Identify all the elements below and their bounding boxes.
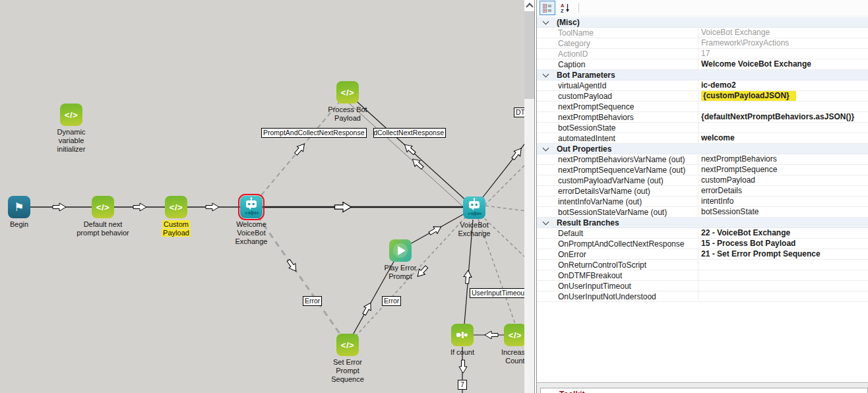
edge-label-error-1[interactable]: Error bbox=[303, 296, 322, 306]
property-value[interactable]: welcome bbox=[698, 133, 868, 143]
property-row: Caption Welcome VoiceBot Exchange bbox=[537, 59, 868, 70]
property-name: intentInfoVarName (out) bbox=[554, 197, 698, 206]
property-name: OnUserInputNotUnderstood bbox=[554, 292, 698, 301]
scrollbar-thumb[interactable] bbox=[524, 11, 534, 99]
property-value[interactable]: errorDetails bbox=[698, 186, 868, 196]
edge-label-count-7[interactable]: 7 bbox=[458, 380, 467, 390]
node-label: Increase Count bbox=[495, 348, 524, 365]
section-header-result-branches[interactable]: Result Branches bbox=[537, 218, 868, 228]
property-row: botSessionState bbox=[537, 123, 868, 133]
node-default-next-prompt-behavior[interactable]: </> Default next prompt behavior bbox=[73, 196, 133, 237]
property-value[interactable] bbox=[698, 123, 868, 133]
node-custom-payload[interactable]: </> Custom Payload bbox=[146, 196, 206, 237]
property-row: Category Framework\ProxyActions bbox=[537, 38, 868, 49]
property-value[interactable]: nextPromptBehaviors bbox=[698, 154, 868, 164]
node-label: Dynamic variable initializer bbox=[51, 128, 91, 154]
section-header-bot-parameters[interactable]: Bot Parameters bbox=[537, 70, 868, 80]
node-play-error-prompt[interactable]: Play Error Prompt bbox=[371, 239, 430, 281]
categorized-button[interactable] bbox=[540, 1, 555, 15]
edge-label-user-input-timeout[interactable]: UserInputTimeout bbox=[470, 288, 524, 298]
property-value[interactable] bbox=[698, 102, 868, 111]
node-label: Default next prompt behavior bbox=[77, 220, 129, 237]
property-row: automatedIntent welcome bbox=[537, 133, 868, 144]
property-name: Caption bbox=[554, 60, 698, 69]
property-value[interactable]: 21 - Set Error Prompt Sequence bbox=[698, 249, 868, 259]
canvas-vertical-scrollbar[interactable] bbox=[524, 0, 534, 393]
panel-splitter[interactable] bbox=[534, 0, 537, 393]
section-gutter bbox=[537, 148, 554, 150]
properties-toolbar: A Z bbox=[537, 0, 868, 16]
property-row: nextPromptSequenceVarName (out) nextProm… bbox=[537, 165, 868, 175]
edge-label-error-2[interactable]: Error bbox=[382, 296, 401, 306]
svg-text:Z: Z bbox=[561, 8, 564, 13]
property-name: OnDTMFBreakout bbox=[554, 271, 698, 280]
collapse-chevron-icon[interactable] bbox=[542, 18, 549, 24]
property-value[interactable] bbox=[698, 291, 868, 301]
node-if-count[interactable]: If count bbox=[433, 324, 492, 357]
branch-icon bbox=[451, 324, 474, 346]
collapse-chevron-icon[interactable] bbox=[542, 144, 549, 151]
flag-icon: ⚑ bbox=[8, 196, 30, 218]
robot-glyph bbox=[463, 196, 485, 219]
property-name: customPayload bbox=[554, 92, 698, 101]
node-increase-count[interactable]: </> Increase Count bbox=[485, 324, 524, 365]
code-icon: </> bbox=[336, 81, 359, 104]
node-label: Play Error Prompt bbox=[379, 264, 421, 281]
property-row: virtualAgentId ic-demo2 bbox=[537, 80, 868, 91]
property-row: errorDetailsVarName (out) errorDetails bbox=[537, 186, 868, 196]
property-value[interactable]: intentInfo bbox=[698, 196, 868, 206]
section-header-misc[interactable]: (Misc) bbox=[537, 17, 868, 28]
edge-label-dtmf[interactable]: DT bbox=[514, 107, 524, 117]
property-name: OnPromptAndCollectNextResponse bbox=[554, 239, 698, 249]
sort-alphabetical-button[interactable]: A Z bbox=[557, 1, 573, 15]
property-value[interactable]: 15 - Process Bot Payload bbox=[698, 239, 868, 249]
node-dynamic-variable-initializer[interactable]: </> Dynamic variable initializer bbox=[42, 104, 101, 154]
property-name: virtualAgentId bbox=[554, 81, 698, 90]
property-name: botSessionState bbox=[554, 123, 698, 133]
edge-label-prompt-and-collect[interactable]: PromptAndCollectNextResponse bbox=[261, 128, 367, 138]
property-value[interactable]: 17 bbox=[698, 49, 868, 59]
property-value[interactable]: 22 - VoiceBot Exchange bbox=[698, 228, 868, 238]
property-row: OnPromptAndCollectNextResponse 15 - Proc… bbox=[537, 239, 868, 249]
play-glyph bbox=[389, 239, 412, 262]
property-value[interactable] bbox=[698, 260, 868, 270]
property-value[interactable] bbox=[698, 270, 868, 280]
property-row: nextPromptBehaviors {defaultNextPromptBe… bbox=[537, 112, 868, 123]
property-value[interactable]: {customPayloadJSON} bbox=[698, 91, 868, 101]
property-row: OnReturnControlToScript bbox=[537, 260, 868, 270]
robot-icon bbox=[240, 196, 263, 218]
play-icon bbox=[389, 239, 412, 262]
edge-label-collect-next-response[interactable]: PromptAndCollectNextResponse bbox=[373, 128, 446, 138]
node-welcome-voicebot-exchange[interactable]: Welcome VoiceBot Exchange bbox=[222, 196, 281, 246]
section-title: Out Properties bbox=[554, 144, 611, 154]
property-row: customPayload {customPayloadJSON} bbox=[537, 91, 868, 102]
property-value[interactable]: nextPromptSequence bbox=[698, 165, 868, 175]
property-row: OnError 21 - Set Error Prompt Sequence bbox=[537, 249, 868, 260]
property-row: OnDTMFBreakout bbox=[537, 270, 868, 281]
code-icon: </> bbox=[504, 324, 524, 346]
node-begin[interactable]: ⚑ Begin bbox=[0, 196, 49, 229]
property-value[interactable]: {defaultNextPromptBehaviors.asJSON()} bbox=[698, 112, 868, 122]
property-row: OnUserInputNotUnderstood bbox=[537, 291, 868, 302]
node-label: Set Error Prompt Sequence bbox=[327, 358, 368, 384]
node-set-error-prompt-sequence[interactable]: </> Set Error Prompt Sequence bbox=[318, 334, 377, 384]
property-value[interactable] bbox=[698, 281, 868, 291]
property-value[interactable]: Welcome VoiceBot Exchange bbox=[698, 59, 868, 69]
section-header-out-properties[interactable]: Out Properties bbox=[537, 144, 868, 154]
property-row: nextPromptBehaviorsVarName (out) nextPro… bbox=[537, 154, 868, 165]
property-value[interactable]: botSessionState bbox=[698, 207, 868, 217]
toolbar-separator bbox=[578, 3, 579, 13]
property-row: nextPromptSequence bbox=[537, 102, 868, 112]
collapse-chevron-icon[interactable] bbox=[542, 71, 549, 77]
property-name: ActionID bbox=[554, 49, 698, 59]
property-value[interactable]: ic-demo2 bbox=[698, 80, 868, 90]
collapse-chevron-icon[interactable] bbox=[542, 218, 549, 225]
node-process-bot-payload[interactable]: </> Process Bot Payload bbox=[318, 81, 377, 123]
property-name: ToolName bbox=[554, 28, 698, 38]
flow-canvas[interactable]: ⚑ Begin </> Dynamic variable initializer… bbox=[0, 0, 524, 393]
property-value[interactable]: VoiceBot Exchange bbox=[698, 28, 868, 38]
node-voicebot-exchange[interactable]: VoiceBot Exchange bbox=[445, 196, 504, 238]
property-value[interactable]: Framework\ProxyActions bbox=[698, 38, 868, 48]
property-value[interactable]: customPayload bbox=[698, 175, 868, 185]
scroll-up-button[interactable] bbox=[524, 0, 534, 11]
